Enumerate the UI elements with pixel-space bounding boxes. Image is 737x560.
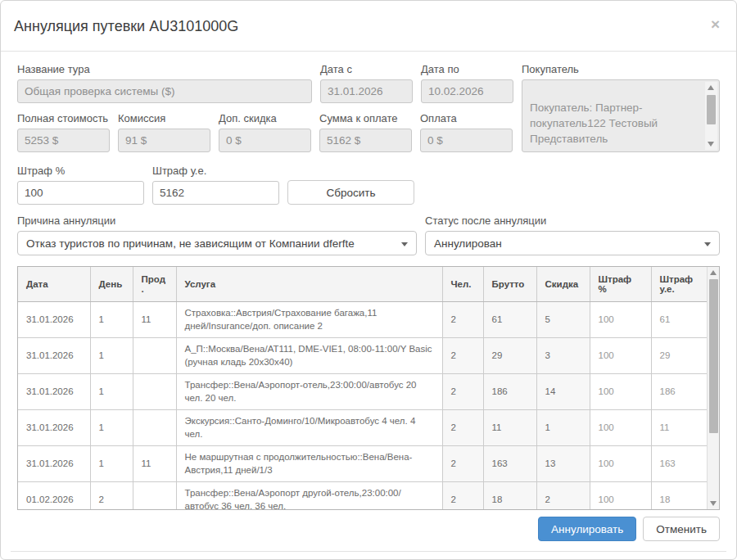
table-scrollbar[interactable] <box>707 267 719 509</box>
status-select[interactable]: Аннулирован <box>425 231 720 255</box>
cell-service: Страховка::Австрия/Страхование багажа,11… <box>176 302 442 338</box>
buyer-scrollbar-thumb[interactable] <box>707 95 716 124</box>
cell-persons: 2 <box>442 446 483 482</box>
commission-label: Комиссия <box>118 112 210 124</box>
column-header-penalty-percent: Штраф % <box>590 267 651 302</box>
column-header-service: Услуга <box>176 267 442 302</box>
cell-discount: 2 <box>536 482 590 510</box>
cell-gross: 163 <box>483 446 536 482</box>
cell-persons: 2 <box>442 374 483 410</box>
cell-day: 2 <box>90 482 133 510</box>
footer-divider <box>11 551 726 552</box>
cell-gross: 11 <box>483 410 536 446</box>
annul-button[interactable]: Аннулировать <box>538 517 636 541</box>
cell-discount: 14 <box>536 374 590 410</box>
modal-title: Аннуляция путевки AU3101000G <box>14 18 238 34</box>
column-header-prod: Прод. <box>133 267 176 302</box>
column-header-date: Дата <box>18 267 90 302</box>
tour-name-label: Название тура <box>17 63 312 75</box>
full-price-label: Полная стоимость <box>17 112 110 124</box>
table-row: 31.01.20261Трансфер::Вена/Аэропорт-отель… <box>18 374 708 410</box>
reason-select[interactable]: Отказ туристов по причинам, не зависящим… <box>17 231 417 255</box>
cell-date: 01.02.2026 <box>18 482 90 510</box>
cell-day: 1 <box>90 410 133 446</box>
cell-day: 1 <box>90 302 133 338</box>
commission-field[interactable] <box>118 129 210 152</box>
cell-penalty-percent[interactable]: 100 <box>590 482 651 510</box>
cell-date: 31.01.2026 <box>18 410 90 446</box>
cell-date: 31.01.2026 <box>18 446 90 482</box>
close-icon[interactable]: × <box>711 16 720 32</box>
buyer-field[interactable]: Покупатель: Партнер-покупатель122 Тестов… <box>522 79 720 152</box>
cell-penalty-percent[interactable]: 100 <box>590 374 651 410</box>
payment-field[interactable] <box>420 129 513 152</box>
scroll-up-icon[interactable] <box>708 85 714 90</box>
scroll-down-icon[interactable] <box>708 142 714 147</box>
cell-penalty-percent[interactable]: 100 <box>590 302 651 338</box>
scroll-up-icon[interactable] <box>710 270 717 275</box>
cell-persons: 2 <box>442 302 483 338</box>
table-scrollbar-thumb[interactable] <box>709 279 718 433</box>
modal-body: Название тура Дата с Дата по Полная стои… <box>1 52 736 552</box>
cell-persons: 2 <box>442 410 483 446</box>
cell-discount: 1 <box>536 410 590 446</box>
cell-penalty-percent[interactable]: 100 <box>590 410 651 446</box>
amount-due-field[interactable] <box>319 129 412 152</box>
table-row: 31.01.2026111Страховка::Австрия/Страхова… <box>18 302 708 338</box>
reason-selected-value: Отказ туристов по причинам, не зависящим… <box>26 237 355 250</box>
table-row: 01.02.20262Трансфер::Вена/Аэропорт друго… <box>18 482 708 510</box>
penalty-amount-label: Штраф у.е. <box>152 165 279 177</box>
date-to-label: Дата по <box>421 63 513 75</box>
cell-penalty-amount[interactable]: 186 <box>651 374 708 410</box>
status-after-label: Статус после аннуляции <box>425 215 720 227</box>
modal-footer: Аннулировать Отменить <box>17 517 720 541</box>
scroll-down-icon[interactable] <box>710 501 717 506</box>
cell-service: Не маршрутная с продолжительностью::Вена… <box>176 446 442 482</box>
cell-discount: 3 <box>536 338 590 374</box>
cell-prod: 11 <box>133 446 176 482</box>
cell-service: Трансфер::Вена/Аэропорт-отель,23:00:00/а… <box>176 374 442 410</box>
cell-penalty-amount[interactable]: 29 <box>651 338 708 374</box>
cell-prod: 11 <box>133 302 176 338</box>
cell-date: 31.01.2026 <box>18 302 90 338</box>
penalty-percent-field[interactable] <box>17 181 144 205</box>
cell-prod <box>133 482 176 510</box>
date-from-field[interactable] <box>320 79 413 103</box>
cell-penalty-amount[interactable]: 163 <box>651 446 708 482</box>
tour-name-field[interactable] <box>17 79 312 103</box>
cell-gross: 18 <box>483 482 536 510</box>
buyer-scrollbar[interactable] <box>705 82 717 150</box>
cell-persons: 2 <box>442 482 483 510</box>
cell-discount: 13 <box>536 446 590 482</box>
table-header-row: ДатаДеньПрод.УслугаЧел.БруттоСкидкаШтраф… <box>18 267 708 302</box>
penalty-percent-label: Штраф % <box>17 165 144 177</box>
cell-penalty-amount[interactable]: 61 <box>651 302 708 338</box>
extra-discount-field[interactable] <box>219 129 311 152</box>
buyer-text: Покупатель: Партнер-покупатель122 Тестов… <box>530 102 658 152</box>
cell-gross: 61 <box>483 302 536 338</box>
chevron-down-icon <box>704 242 711 246</box>
reset-button[interactable]: Сбросить <box>287 180 414 205</box>
amount-due-label: Сумма к оплате <box>319 112 412 124</box>
cell-service: Экскурсия::Санто-Доминго/10/Микроавтобус… <box>176 410 442 446</box>
cell-date: 31.01.2026 <box>18 338 90 374</box>
cell-day: 1 <box>90 338 133 374</box>
table-row: 31.01.20261Экскурсия::Санто-Доминго/10/М… <box>18 410 708 446</box>
date-to-field[interactable] <box>421 79 513 103</box>
full-price-field[interactable] <box>17 129 110 152</box>
cell-penalty-percent[interactable]: 100 <box>590 338 651 374</box>
cell-service: Трансфер::Вена/Аэропорт другой-отель,23:… <box>176 482 442 510</box>
cell-persons: 2 <box>442 338 483 374</box>
cell-penalty-amount[interactable]: 11 <box>651 410 708 446</box>
status-selected-value: Аннулирован <box>434 237 502 250</box>
extra-discount-label: Доп. скидка <box>219 112 311 124</box>
penalty-amount-field[interactable] <box>152 181 279 205</box>
cell-penalty-amount[interactable]: 18 <box>651 482 708 510</box>
cell-prod <box>133 410 176 446</box>
column-header-discount: Скидка <box>536 267 590 302</box>
cancel-button[interactable]: Отменить <box>643 517 720 541</box>
date-from-label: Дата с <box>320 63 413 75</box>
cell-gross: 29 <box>483 338 536 374</box>
cell-day: 1 <box>90 446 133 482</box>
cell-penalty-percent[interactable]: 100 <box>590 446 651 482</box>
